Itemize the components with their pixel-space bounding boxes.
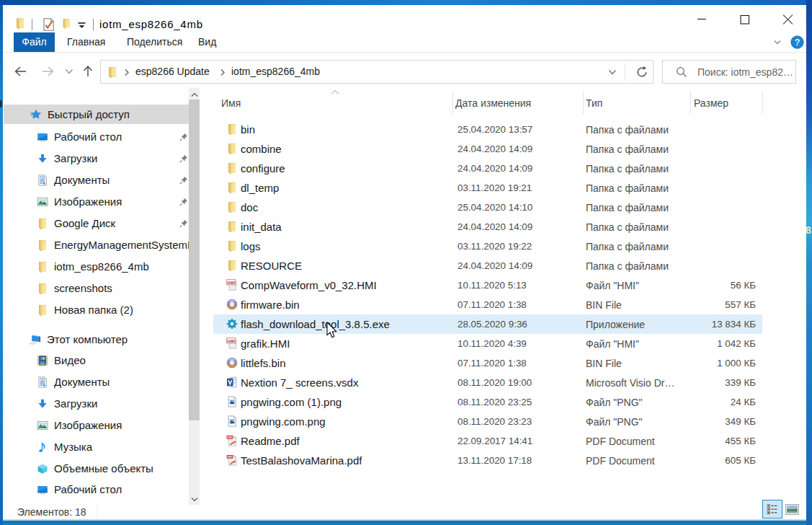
svg-text:?: ? <box>795 38 800 48</box>
